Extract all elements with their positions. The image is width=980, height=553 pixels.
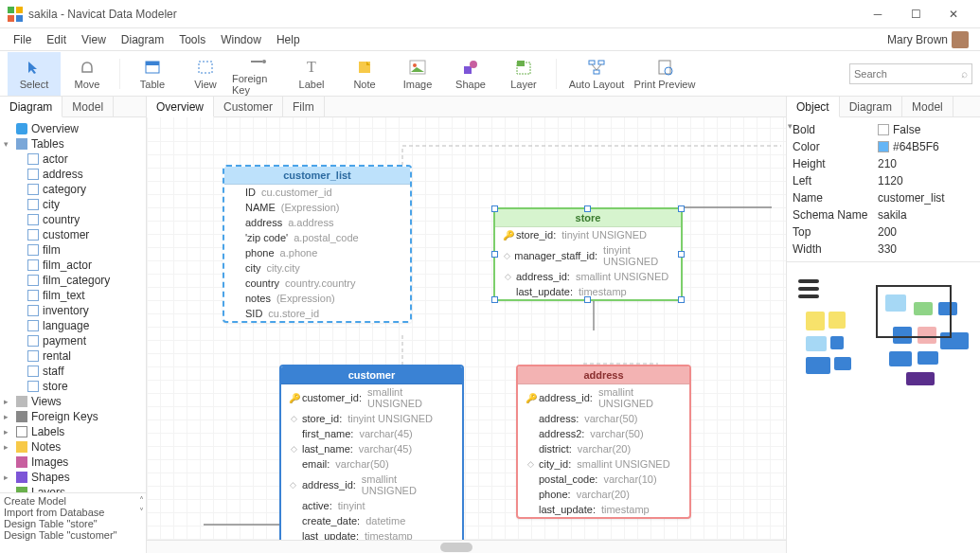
- tool-table[interactable]: Table: [126, 52, 179, 96]
- expander-icon[interactable]: ▾: [788, 121, 793, 131]
- tool-auto-layout[interactable]: Auto Layout: [562, 52, 631, 96]
- field-row[interactable]: 'zip code'a.postal_code: [224, 230, 410, 245]
- field-row[interactable]: ◇manager_staff_id:tinyint UNSIGNED: [495, 242, 681, 269]
- navigator-preview[interactable]: [787, 261, 980, 553]
- canvas-tab-overview[interactable]: Overview: [147, 97, 214, 117]
- history-item[interactable]: Design Table "customer": [4, 529, 142, 541]
- tree-node-customer[interactable]: customer: [2, 227, 142, 242]
- tree-node-address[interactable]: address: [2, 167, 142, 182]
- field-row[interactable]: phonea.phone: [224, 245, 410, 260]
- tree-node-inventory[interactable]: inventory: [2, 303, 142, 318]
- viewport-indicator[interactable]: [876, 285, 952, 338]
- entity-customer[interactable]: customer 🔑customer_id:smallint UNSIGNED◇…: [279, 365, 464, 540]
- field-row[interactable]: ◇city_id:smallint UNSIGNED: [518, 456, 689, 472]
- history-item[interactable]: Import from Database: [4, 507, 142, 518]
- field-row[interactable]: district:varchar(20): [518, 441, 689, 456]
- resize-handle[interactable]: [491, 251, 498, 258]
- tree-node-payment[interactable]: payment: [2, 333, 142, 348]
- resize-handle[interactable]: [678, 205, 685, 212]
- tab-diagram[interactable]: Diagram: [0, 97, 62, 117]
- property-value[interactable]: False: [878, 123, 974, 136]
- field-row[interactable]: last_update:timestamp: [281, 528, 462, 540]
- field-row[interactable]: email:varchar(50): [281, 456, 462, 472]
- tool-label[interactable]: TLabel: [285, 52, 338, 96]
- tree-node-images[interactable]: Images: [2, 455, 142, 470]
- tree-node-store[interactable]: store: [2, 379, 142, 394]
- menu-view[interactable]: View: [74, 30, 114, 49]
- tool-move[interactable]: Move: [61, 52, 114, 96]
- tool-foreign-key[interactable]: Foreign Key: [232, 52, 285, 96]
- close-button[interactable]: ✕: [935, 0, 972, 28]
- tool-print-preview[interactable]: Print Preview: [631, 52, 699, 96]
- entity-customer-list[interactable]: customer_list IDcu.customer_idNAME(Expre…: [223, 165, 412, 323]
- field-row[interactable]: last_update:timestamp: [518, 502, 689, 517]
- field-row[interactable]: addressa.address: [224, 215, 410, 230]
- search-input[interactable]: ⌕: [849, 63, 972, 84]
- field-row[interactable]: create_date:datetime: [281, 513, 462, 528]
- property-value[interactable]: 200: [878, 225, 974, 239]
- tab-diagram-props[interactable]: Diagram: [840, 97, 902, 116]
- canvas-tab-customer[interactable]: Customer: [214, 97, 283, 116]
- property-value[interactable]: #64B5F6: [878, 140, 974, 153]
- scroll-up-icon[interactable]: ˄: [139, 495, 144, 506]
- property-row[interactable]: Left1120: [793, 172, 974, 189]
- scroll-down-icon[interactable]: ˅: [139, 507, 144, 517]
- property-row[interactable]: Height210: [793, 155, 974, 172]
- field-row[interactable]: IDcu.customer_id: [224, 185, 410, 200]
- field-row[interactable]: 🔑customer_id:smallint UNSIGNED: [281, 384, 462, 411]
- canvas-tab-film[interactable]: Film: [283, 97, 325, 116]
- property-row[interactable]: Color#64B5F6: [793, 138, 974, 155]
- menu-file[interactable]: File: [6, 30, 39, 49]
- field-row[interactable]: ◇last_name:varchar(45): [281, 441, 462, 456]
- property-value[interactable]: customer_list: [878, 191, 974, 205]
- menu-help[interactable]: Help: [269, 30, 308, 49]
- tree-node-layers[interactable]: Layers: [2, 485, 142, 492]
- property-row[interactable]: Width330: [793, 241, 974, 258]
- current-user[interactable]: Mary Brown: [882, 31, 974, 48]
- scrollbar-thumb[interactable]: [440, 543, 472, 552]
- maximize-button[interactable]: ☐: [897, 0, 935, 28]
- tree-node-film_actor[interactable]: film_actor: [2, 258, 142, 273]
- minimize-button[interactable]: ─: [859, 0, 897, 28]
- property-value[interactable]: 330: [878, 242, 974, 256]
- tree-node-views[interactable]: ▸Views: [2, 394, 142, 409]
- property-value[interactable]: 210: [878, 157, 974, 170]
- expander-icon[interactable]: ▸: [4, 427, 12, 437]
- field-row[interactable]: SIDcu.store_id: [224, 306, 410, 321]
- entity-store[interactable]: store 🔑store_id:tinyint UNSIGNED◇manager…: [493, 207, 683, 301]
- expander-icon[interactable]: ▾: [4, 139, 12, 149]
- property-value[interactable]: 1120: [878, 174, 974, 187]
- search-field[interactable]: [854, 68, 961, 80]
- tree-node-category[interactable]: category: [2, 182, 142, 197]
- tree-node-staff[interactable]: staff: [2, 364, 142, 379]
- tool-note[interactable]: Note: [338, 52, 391, 96]
- property-row[interactable]: BoldFalse: [793, 121, 974, 138]
- property-row[interactable]: Namecustomer_list: [793, 189, 974, 206]
- resize-handle[interactable]: [491, 205, 498, 212]
- tool-view[interactable]: View: [179, 52, 232, 96]
- tree-node-language[interactable]: language: [2, 318, 142, 333]
- tree-node-country[interactable]: country: [2, 212, 142, 227]
- menu-diagram[interactable]: Diagram: [114, 30, 171, 49]
- tree-node-film[interactable]: film: [2, 242, 142, 258]
- field-row[interactable]: phone:varchar(20): [518, 487, 689, 502]
- tool-layer[interactable]: Layer: [497, 52, 550, 96]
- tree-node-rental[interactable]: rental: [2, 348, 142, 364]
- history-item[interactable]: Create Model: [4, 495, 142, 507]
- field-row[interactable]: address:varchar(50): [518, 411, 689, 426]
- field-row[interactable]: ◇address_id:smallint UNSIGNED: [281, 472, 462, 498]
- tree-node-notes[interactable]: ▸Notes: [2, 439, 142, 455]
- tree-node-film_text[interactable]: film_text: [2, 288, 142, 303]
- expander-icon[interactable]: ▸: [4, 442, 12, 452]
- property-value[interactable]: sakila: [878, 208, 974, 222]
- tab-model[interactable]: Model: [62, 97, 114, 116]
- tool-select[interactable]: Select: [8, 52, 61, 96]
- property-row[interactable]: Schema Namesakila: [793, 206, 974, 223]
- field-row[interactable]: ◇address_id:smallint UNSIGNED: [495, 269, 681, 284]
- menu-window[interactable]: Window: [213, 30, 269, 49]
- resize-handle[interactable]: [491, 296, 498, 303]
- resize-handle[interactable]: [678, 251, 685, 258]
- tree-node-labels[interactable]: ▸Labels: [2, 424, 142, 439]
- history-item[interactable]: Design Table "store": [4, 518, 142, 529]
- tree-node-shapes[interactable]: ▸Shapes: [2, 470, 142, 485]
